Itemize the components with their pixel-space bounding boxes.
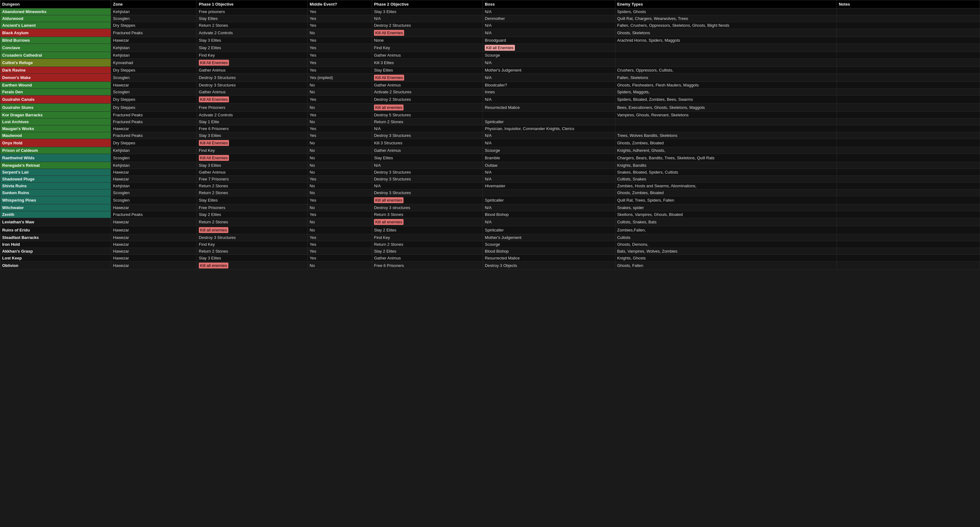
zone-cell: Dry Steppes (111, 67, 197, 74)
notes-cell (837, 147, 980, 154)
boss-cell: Blood Bishop (483, 248, 615, 255)
middle-cell: No (308, 204, 372, 211)
middle-cell: Yes (308, 8, 372, 15)
phase1-cell: Kill All Enemies (197, 96, 308, 103)
phase1-cell: Gather Animus (197, 89, 308, 96)
notes-cell (837, 234, 980, 241)
header-enemy: Enemy Types (615, 0, 837, 8)
enemy-cell: Zombies,Fallen, (615, 226, 837, 234)
zone-cell: Hawezar (111, 82, 197, 89)
notes-cell (837, 22, 980, 29)
boss-cell: Mother's Judgement (483, 234, 615, 241)
enemy-cell: Arachnid Horros, Spiders, Maggots (615, 37, 837, 44)
phase1-cell: Find Key (197, 147, 308, 154)
phase1-cell: Slay 2 Elites (197, 44, 308, 52)
zone-cell: Fractured Peaks (111, 112, 197, 119)
dungeon-cell: Leviathan's Maw (0, 218, 111, 226)
phase2-cell: Destroy 3 Structures (372, 176, 483, 183)
enemy-cell: Fallen, Skeletons (615, 74, 837, 82)
dungeon-cell: Ferals Den (0, 89, 111, 96)
boss-cell: N/A (483, 218, 615, 226)
middle-cell: Yes (308, 125, 372, 132)
phase2-cell: Slay 2 Elites (372, 248, 483, 255)
middle-cell: Yes (308, 248, 372, 255)
notes-cell (837, 59, 980, 67)
enemy-cell (615, 44, 837, 52)
phase2-cell: Slay Elites (372, 154, 483, 162)
notes-cell (837, 15, 980, 22)
header-phase1: Phase 1 Objective (197, 0, 308, 8)
notes-cell (837, 154, 980, 162)
zone-cell: Dry Steppes (111, 103, 197, 112)
middle-cell: No (308, 154, 372, 162)
dungeon-cell: Demon's Wake (0, 74, 111, 82)
middle-cell: No (308, 183, 372, 189)
boss-cell: N/A (483, 59, 615, 67)
middle-cell: Yes (308, 67, 372, 74)
zone-cell: Hawezar (111, 125, 197, 132)
zone-cell: Kehjistan (111, 147, 197, 154)
notes-cell (837, 132, 980, 139)
notes-cell (837, 52, 980, 59)
dungeon-cell: Prison of Caldeum (0, 147, 111, 154)
phase1-cell: Kill All Enemies (197, 154, 308, 162)
zone-cell: Kehjistan (111, 8, 197, 15)
enemy-cell: Knights, Bandits (615, 162, 837, 169)
phase1-cell: Return 2 Stones (197, 183, 308, 189)
middle-cell: No (308, 147, 372, 154)
notes-cell (837, 241, 980, 248)
middle-cell: Yes (308, 234, 372, 241)
dungeon-cell: Serpent's Lair (0, 169, 111, 176)
notes-cell (837, 67, 980, 74)
dungeon-cell: Sunken Ruins (0, 189, 111, 196)
enemy-cell: Chargers, Bears, Bandits, Trees, Skeleto… (615, 154, 837, 162)
phase2-cell: Gather Animus (372, 255, 483, 262)
dungeon-cell: Ruins of Eridu (0, 226, 111, 234)
phase1-cell: Free 6 Prisoners (197, 125, 308, 132)
zone-cell: Kehjistan (111, 183, 197, 189)
dungeon-cell: Onyx Hold (0, 139, 111, 147)
enemy-cell (615, 52, 837, 59)
boss-cell: Outlaw (483, 162, 615, 169)
zone-cell: Hawezar (111, 248, 197, 255)
phase2-cell: Find Key (372, 44, 483, 52)
phase2-cell: Destroy 3 structures (372, 204, 483, 211)
enemy-cell: Fallen, Crushers, Oppressors, Skeletons,… (615, 22, 837, 29)
header-boss: Boss (483, 0, 615, 8)
enemy-cell: Snakes, Bloated, Spiders, Cultists (615, 169, 837, 176)
middle-cell: Yes (308, 112, 372, 119)
phase1-cell: Free 7 Prisoners (197, 176, 308, 183)
middle-cell: Yes (308, 52, 372, 59)
phase1-cell: Slay 3 Elites (197, 132, 308, 139)
middle-cell: No (308, 89, 372, 96)
phase2-cell: Slay Elites (372, 67, 483, 74)
phase1-cell: Slay 1 Elite (197, 119, 308, 125)
enemy-cell: Quill Rat, Chargers, Wearwolves, Trees (615, 15, 837, 22)
enemy-cell: Ghosts, Flesheaters, Flesh Maulers, Magg… (615, 82, 837, 89)
notes-cell (837, 211, 980, 218)
enemy-cell: Crushers, Oppressors, Cultists, (615, 67, 837, 74)
middle-cell: Yes (308, 96, 372, 103)
middle-cell: No (308, 82, 372, 89)
phase2-cell: Kill all enemies (372, 103, 483, 112)
boss-cell: Broodguard (483, 37, 615, 44)
dungeon-cell: Iron Hold (0, 241, 111, 248)
middle-cell: No (308, 262, 372, 270)
zone-cell: Scosglen (111, 89, 197, 96)
phase2-cell: Free 6 Prisoners (372, 262, 483, 270)
zone-cell: Scosglen (111, 15, 197, 22)
boss-cell: N/A (483, 74, 615, 82)
boss-cell (483, 112, 615, 119)
zone-cell: Fractured Peaks (111, 211, 197, 218)
phase1-cell: Destroy 3 Structures (197, 74, 308, 82)
zone-cell: Fractured Peaks (111, 132, 197, 139)
zone-cell: Kehjistan (111, 162, 197, 169)
phase2-cell: Slay 3 Elites (372, 8, 483, 15)
notes-cell (837, 255, 980, 262)
boss-cell: Spiritcaller (483, 119, 615, 125)
phase1-cell: Kill All Enemies (197, 59, 308, 67)
dungeon-cell: Steadfast Barracks (0, 234, 111, 241)
middle-cell: No (308, 226, 372, 234)
boss-cell: Bloodcaller? (483, 82, 615, 89)
dungeon-cell: Guulrahn Slums (0, 103, 111, 112)
